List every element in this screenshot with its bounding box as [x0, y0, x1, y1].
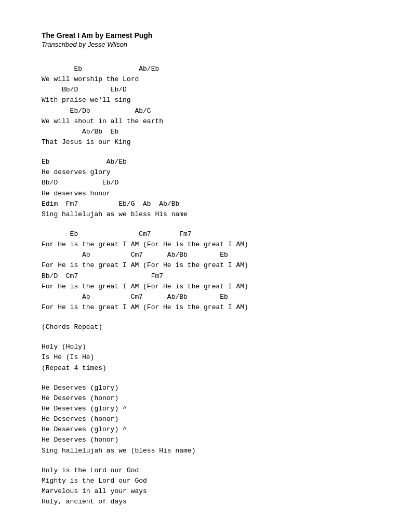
lyrics-line: Sing hallelujah as we (bless His name): [42, 446, 357, 456]
lyrics-line: He deserves glory: [42, 167, 357, 178]
chords-line: Bb/D Eb/D: [42, 178, 357, 188]
chords-line: Edim Fm7 Eb/G Ab Ab/Bb: [42, 199, 357, 209]
lyrics-line: Marvelous in all your ways: [42, 486, 357, 497]
page-subtitle: Transcribed by Jesse Wilson: [42, 41, 357, 48]
song-section-verse1: Eb Ab/EbWe will worship the Lord Bb/D Eb…: [42, 64, 357, 148]
song-section-outro: Holy is the Lord our GodMighty is the Lo…: [42, 466, 357, 508]
lyrics-line: Mighty is the Lord our God: [42, 476, 357, 486]
lyrics-line: He deserves honor: [42, 189, 357, 199]
lyrics-line: For He is the great I AM (For He is the …: [42, 260, 357, 271]
lyrics-line: Is He (Is He): [42, 352, 357, 363]
lyrics-line: (Repeat 4 times): [42, 363, 357, 374]
chords-line: Bb/D Eb/D: [42, 85, 357, 95]
song-section-chorus: Eb Cm7 Fm7For He is the great I AM (For …: [42, 229, 357, 313]
lyrics-line: He Deserves (honor): [42, 435, 357, 445]
page-title: The Great I Am by Earnest Pugh: [42, 31, 357, 39]
lyrics-line: He Deserves (honor): [42, 414, 357, 424]
lyrics-line: We will shout in all the earth: [42, 116, 357, 127]
song-section-bridge: Holy (Holy)Is He (Is He)(Repeat 4 times): [42, 342, 357, 373]
chords-line: Eb/Db Ab/C: [42, 106, 357, 116]
lyrics-line: Sing hallelujah as we bless His name: [42, 209, 357, 220]
lyrics-line: Holy is the Lord our God: [42, 466, 357, 476]
lyrics-line: For He is the great I AM (For He is the …: [42, 282, 357, 292]
lyrics-line: For He is the great I AM (For He is the …: [42, 240, 357, 250]
lyrics-line: He Deserves (honor): [42, 393, 357, 404]
chords-line: Eb Ab/Eb: [42, 157, 357, 167]
chords-line: Eb Ab/Eb: [42, 64, 357, 74]
lyrics-line: That Jesus is our King: [42, 137, 357, 148]
lyrics-line: He Deserves (glory) ^: [42, 404, 357, 414]
chords-line: Ab/Bb Eb: [42, 127, 357, 137]
lyrics-line: He Deserves (glory): [42, 383, 357, 393]
lyrics-line: He Deserves (glory) ^: [42, 424, 357, 435]
lyrics-line: For He is the great I AM (For He is the …: [42, 302, 357, 313]
song-section-deserves: He Deserves (glory)He Deserves (honor)He…: [42, 383, 357, 456]
song-content: Eb Ab/EbWe will worship the Lord Bb/D Eb…: [42, 64, 357, 507]
lyrics-line: We will worship the Lord: [42, 74, 357, 85]
chords-line: Bb/D Cm7 Fm7: [42, 271, 357, 282]
lyrics-line: Holy, ancient of days: [42, 497, 357, 507]
chords-line: Ab Cm7 Ab/Bb Eb: [42, 292, 357, 302]
lyrics-line: With praise we'll sing: [42, 95, 357, 105]
lyrics-line: (Chords Repeat): [42, 322, 357, 332]
song-section-verse2: Eb Ab/EbHe deserves gloryBb/D Eb/DHe des…: [42, 157, 357, 220]
lyrics-line: Holy (Holy): [42, 342, 357, 352]
chords-line: Eb Cm7 Fm7: [42, 229, 357, 240]
song-section-chordsrepeat: (Chords Repeat): [42, 322, 357, 332]
chords-line: Ab Cm7 Ab/Bb Eb: [42, 250, 357, 260]
